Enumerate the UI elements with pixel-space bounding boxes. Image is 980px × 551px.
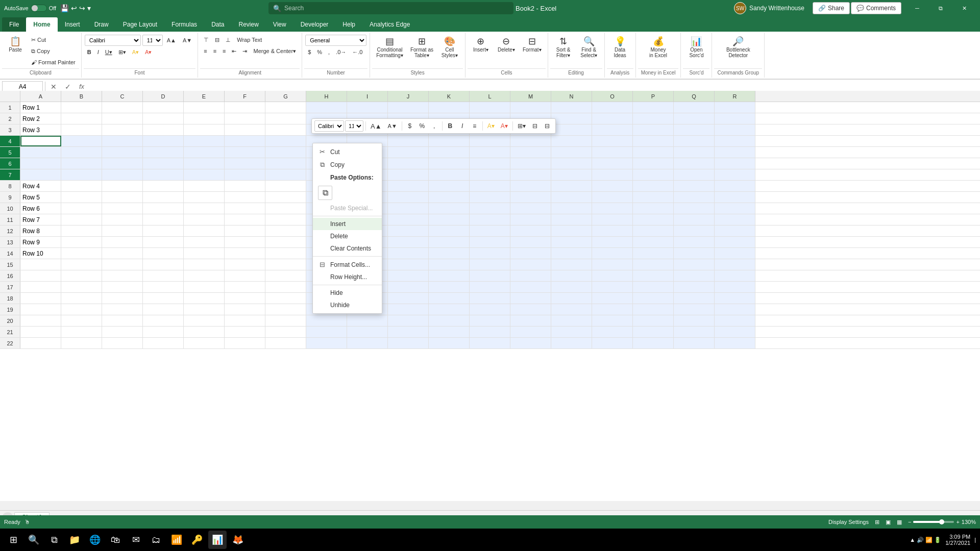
row-num-11[interactable]: 11	[0, 214, 20, 225]
cell-O2[interactable]	[592, 113, 633, 124]
cell-R10[interactable]	[715, 203, 755, 214]
cell-E7[interactable]	[184, 169, 225, 180]
row-num-3[interactable]: 3	[0, 124, 20, 135]
cell-L4[interactable]	[470, 136, 510, 146]
cell-O10[interactable]	[592, 203, 633, 214]
cell-A12[interactable]: Row 8	[20, 226, 61, 236]
align-center-btn[interactable]: ≡	[211, 46, 219, 56]
cell-A15[interactable]	[20, 259, 61, 270]
cell-C22[interactable]	[102, 338, 143, 348]
cell-R13[interactable]	[715, 237, 755, 247]
cell-B1[interactable]	[61, 102, 102, 113]
cell-K18[interactable]	[429, 293, 470, 304]
cell-G5[interactable]	[265, 147, 306, 158]
cell-M10[interactable]	[510, 203, 551, 214]
cell-M20[interactable]	[510, 315, 551, 326]
cell-M7[interactable]	[510, 169, 551, 180]
file-manager-btn[interactable]: 🗂	[147, 531, 165, 549]
ctx-unhide[interactable]: Unhide	[313, 299, 382, 311]
cell-D4[interactable]	[143, 136, 184, 146]
cell-M5[interactable]	[510, 147, 551, 158]
cell-Q21[interactable]	[674, 327, 715, 337]
cell-P3[interactable]	[633, 124, 674, 135]
row-num-7[interactable]: 7	[0, 169, 20, 180]
cell-N20[interactable]	[551, 315, 592, 326]
cell-G6[interactable]	[265, 158, 306, 169]
cell-G15[interactable]	[265, 259, 306, 270]
row-num-12[interactable]: 12	[0, 226, 20, 236]
cell-E10[interactable]	[184, 203, 225, 214]
cell-F12[interactable]	[225, 226, 265, 236]
cell-E15[interactable]	[184, 259, 225, 270]
col-header-C[interactable]: C	[102, 91, 143, 102]
cell-C8[interactable]	[102, 181, 143, 191]
cell-R7[interactable]	[715, 169, 755, 180]
cell-O21[interactable]	[592, 327, 633, 337]
cell-E4[interactable]	[184, 136, 225, 146]
page-view-icon[interactable]: ▣	[886, 519, 891, 525]
cell-N11[interactable]	[551, 214, 592, 225]
cell-K9[interactable]	[429, 192, 470, 203]
cell-F11[interactable]	[225, 214, 265, 225]
cell-N16[interactable]	[551, 270, 592, 281]
cell-F2[interactable]	[225, 113, 265, 124]
align-left-btn[interactable]: ≡	[201, 46, 209, 56]
cell-D12[interactable]	[143, 226, 184, 236]
cell-R8[interactable]	[715, 181, 755, 191]
cell-R3[interactable]	[715, 124, 755, 135]
cell-M13[interactable]	[510, 237, 551, 247]
format-painter-button[interactable]: 🖌 Format Painter	[29, 57, 78, 67]
cell-F8[interactable]	[225, 181, 265, 191]
cell-E9[interactable]	[184, 192, 225, 203]
cell-G10[interactable]	[265, 203, 306, 214]
cell-E19[interactable]	[184, 304, 225, 315]
cell-G9[interactable]	[265, 192, 306, 203]
row-num-1[interactable]: 1	[0, 102, 20, 113]
cell-E5[interactable]	[184, 147, 225, 158]
cell-B13[interactable]	[61, 237, 102, 247]
cell-M8[interactable]	[510, 181, 551, 191]
cell-R22[interactable]	[715, 338, 755, 348]
cell-J6[interactable]	[388, 158, 429, 169]
border-button[interactable]: ⊞▾	[116, 47, 129, 57]
cell-R12[interactable]	[715, 226, 755, 236]
row-num-18[interactable]: 18	[0, 293, 20, 304]
mini-dollar-btn[interactable]: $	[404, 120, 415, 132]
cell-N13[interactable]	[551, 237, 592, 247]
number-format-select[interactable]: General	[305, 35, 366, 46]
cell-A7[interactable]	[20, 169, 61, 180]
align-top-btn[interactable]: ⊤	[201, 35, 211, 45]
cell-D18[interactable]	[143, 293, 184, 304]
cell-R11[interactable]	[715, 214, 755, 225]
formula-input[interactable]	[89, 83, 978, 90]
cell-F10[interactable]	[225, 203, 265, 214]
col-header-R[interactable]: R	[715, 91, 755, 102]
cell-A10[interactable]: Row 6	[20, 203, 61, 214]
cell-Q8[interactable]	[674, 181, 715, 191]
cell-M22[interactable]	[510, 338, 551, 348]
cell-B12[interactable]	[61, 226, 102, 236]
ctx-copy[interactable]: ⧉ Copy	[313, 158, 382, 171]
cell-O1[interactable]	[592, 102, 633, 113]
cell-D9[interactable]	[143, 192, 184, 203]
cell-E21[interactable]	[184, 327, 225, 337]
cell-D11[interactable]	[143, 214, 184, 225]
cancel-formula-btn[interactable]: ✕	[47, 82, 60, 92]
store-btn[interactable]: 🛍	[106, 531, 125, 549]
col-header-B[interactable]: B	[61, 91, 102, 102]
cell-Q16[interactable]	[674, 270, 715, 281]
cell-I21[interactable]	[347, 327, 388, 337]
cell-Q1[interactable]	[674, 102, 715, 113]
cell-G11[interactable]	[265, 214, 306, 225]
cell-P7[interactable]	[633, 169, 674, 180]
cell-B15[interactable]	[61, 259, 102, 270]
cell-M19[interactable]	[510, 304, 551, 315]
cell-E17[interactable]	[184, 282, 225, 292]
col-header-M[interactable]: M	[510, 91, 551, 102]
zoom-out-icon[interactable]: −	[908, 519, 911, 525]
row-num-19[interactable]: 19	[0, 304, 20, 315]
data-ideas-btn[interactable]: 💡 DataIdeas	[608, 35, 632, 60]
cell-K4[interactable]	[429, 136, 470, 146]
cell-Q6[interactable]	[674, 158, 715, 169]
cell-R2[interactable]	[715, 113, 755, 124]
